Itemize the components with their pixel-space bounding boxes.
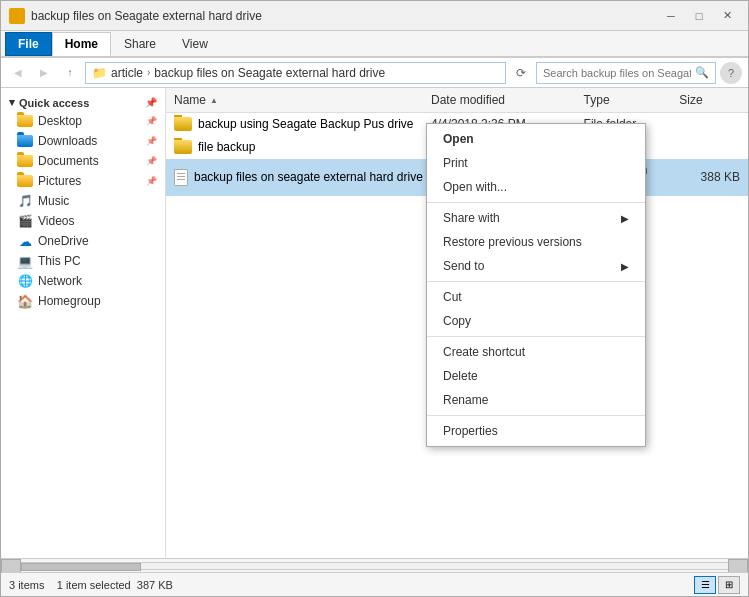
col-header-name[interactable]: Name ▲ [166,90,423,110]
onedrive-icon: ☁ [17,234,33,248]
documents-pin-icon: 📌 [146,156,157,166]
videos-icon: 🎬 [17,214,33,228]
desktop-pin-icon: 📌 [146,116,157,126]
sidebar: ▾ Quick access 📌 Desktop 📌 Downloads 📌 D… [1,88,166,558]
col-header-type[interactable]: Type [576,90,672,110]
close-button[interactable]: ✕ [714,6,740,26]
ctx-properties[interactable]: Properties [427,419,645,443]
quick-access-label: Quick access [19,97,89,109]
music-icon: 🎵 [17,194,33,208]
quick-access-pin-icon: 📌 [145,97,157,108]
forward-button[interactable]: ▶ [33,62,55,84]
column-headers: Name ▲ Date modified Type Size [166,88,748,113]
ctx-delete[interactable]: Delete [427,364,645,388]
ctx-restore-versions[interactable]: Restore previous versions [427,230,645,254]
ctx-rename[interactable]: Rename [427,388,645,412]
search-box[interactable]: 🔍 [536,62,716,84]
sidebar-item-network[interactable]: 🌐 Network [1,271,165,291]
doc-icon [174,169,188,186]
col-header-size[interactable]: Size [671,90,748,110]
file-name-0: backup using Seagate Backup Pus drive [166,115,423,133]
sidebar-item-videos[interactable]: 🎬 Videos [1,211,165,231]
sidebar-item-desktop[interactable]: Desktop 📌 [1,111,165,131]
large-icons-view-button[interactable]: ⊞ [718,576,740,594]
ctx-copy[interactable]: Copy [427,309,645,333]
address-path[interactable]: 📁 article › backup files on Seagate exte… [85,62,506,84]
status-bar: 3 items 1 item selected 387 KB ☰ ⊞ [1,572,748,596]
sidebar-label-homegroup: Homegroup [38,294,101,308]
file-name-2: backup files on seagate external hard dr… [166,167,423,188]
scroll-left-btn[interactable] [1,559,21,573]
ctx-share-arrow-icon: ▶ [621,213,629,224]
ribbon: File Home Share View [1,31,748,58]
sidebar-label-thispc: This PC [38,254,81,268]
file-explorer-window: backup files on Seagate external hard dr… [0,0,749,597]
folder-icon [174,117,192,131]
ctx-open-with[interactable]: Open with... [427,175,645,199]
main-area: ▾ Quick access 📌 Desktop 📌 Downloads 📌 D… [1,88,748,558]
downloads-folder-icon [17,134,33,148]
ctx-cut[interactable]: Cut [427,285,645,309]
ctx-send-to[interactable]: Send to ▶ [427,254,645,278]
sidebar-label-desktop: Desktop [38,114,82,128]
thispc-icon: 💻 [17,254,33,268]
window-controls: ─ □ ✕ [658,6,740,26]
path-article: article [111,66,143,80]
tab-share[interactable]: Share [111,32,169,56]
folder-icon [174,140,192,154]
sidebar-item-documents[interactable]: Documents 📌 [1,151,165,171]
help-button[interactable]: ? [720,62,742,84]
context-menu: Open Print Open with... Share with ▶ Res… [426,123,646,447]
sidebar-label-downloads: Downloads [38,134,97,148]
sidebar-item-pictures[interactable]: Pictures 📌 [1,171,165,191]
view-buttons: ☰ ⊞ [694,576,740,594]
sidebar-item-thispc[interactable]: 💻 This PC [1,251,165,271]
horizontal-scrollbar[interactable] [1,558,748,572]
scroll-right-btn[interactable] [728,559,748,573]
ctx-create-shortcut[interactable]: Create shortcut [427,340,645,364]
sidebar-item-downloads[interactable]: Downloads 📌 [1,131,165,151]
status-count: 3 items 1 item selected 387 KB [9,579,173,591]
tab-view[interactable]: View [169,32,221,56]
sidebar-label-videos: Videos [38,214,74,228]
ctx-separator-3 [427,336,645,337]
back-button[interactable]: ◀ [7,62,29,84]
details-view-button[interactable]: ☰ [694,576,716,594]
tab-home[interactable]: Home [52,32,111,56]
path-folder-icon: 📁 [92,66,107,80]
scroll-track[interactable] [21,562,728,570]
maximize-button[interactable]: □ [686,6,712,26]
content-pane: Name ▲ Date modified Type Size [166,88,748,558]
sidebar-item-music[interactable]: 🎵 Music [1,191,165,211]
col-date-label: Date modified [431,93,505,107]
ctx-print[interactable]: Print [427,151,645,175]
sidebar-item-onedrive[interactable]: ☁ OneDrive [1,231,165,251]
sidebar-item-homegroup[interactable]: 🏠 Homegroup [1,291,165,311]
col-header-date[interactable]: Date modified [423,90,576,110]
sidebar-label-documents: Documents [38,154,99,168]
search-input[interactable] [543,67,691,79]
sidebar-label-pictures: Pictures [38,174,81,188]
quick-access-arrow: ▾ [9,96,15,109]
refresh-button[interactable]: ⟳ [510,62,532,84]
pictures-pin-icon: 📌 [146,176,157,186]
window-icon [9,8,25,24]
tab-file[interactable]: File [5,32,52,56]
col-size-label: Size [679,93,702,107]
ribbon-tabs: File Home Share View [1,31,748,57]
minimize-button[interactable]: ─ [658,6,684,26]
sidebar-label-music: Music [38,194,69,208]
path-current-folder: backup files on Seagate external hard dr… [154,66,385,80]
sidebar-label-network: Network [38,274,82,288]
window-title: backup files on Seagate external hard dr… [31,9,658,23]
file-size-1 [671,145,748,149]
quick-access-header: ▾ Quick access 📌 [1,92,165,111]
ctx-share-with[interactable]: Share with ▶ [427,206,645,230]
ctx-open[interactable]: Open [427,127,645,151]
downloads-pin-icon: 📌 [146,136,157,146]
path-sep1: › [147,67,150,78]
ctx-separator-4 [427,415,645,416]
up-button[interactable]: ↑ [59,62,81,84]
scroll-thumb[interactable] [21,563,141,571]
desktop-folder-icon [17,114,33,128]
